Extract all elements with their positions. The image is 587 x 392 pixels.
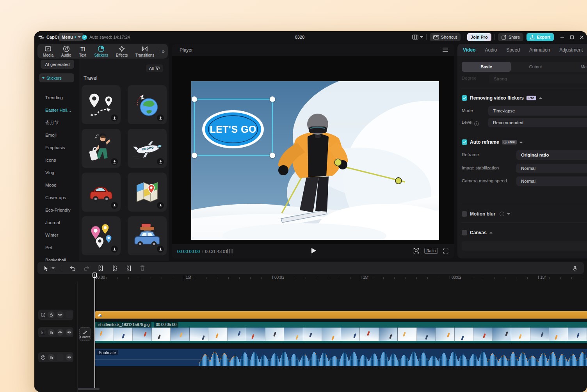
degree-select[interactable]: Strong [489, 74, 587, 84]
tab-effects[interactable]: Effects [112, 45, 132, 57]
maximize-button[interactable] [570, 35, 574, 39]
player-canvas[interactable]: LET'S GO [172, 56, 454, 244]
undo-button[interactable] [69, 265, 76, 272]
tab-adjustment[interactable]: Adjustment [559, 47, 583, 53]
video-clip[interactable]: shutterstock_1931215979.jpg 00:00:05:00 [95, 322, 587, 343]
tab-audio[interactable]: Audio [57, 45, 75, 57]
canvas-select-dimmed[interactable] [462, 241, 587, 251]
split-keep-left-button[interactable] [111, 265, 118, 272]
sidebar-category-item[interactable]: Vlog [34, 166, 78, 179]
sidebar-category-item[interactable]: Eco-Friendly [34, 204, 78, 216]
subtab-basic[interactable]: Basic [462, 62, 511, 72]
filter-all-button[interactable]: All [146, 64, 163, 72]
more-tabs-button[interactable]: » [160, 48, 166, 54]
shortcut-button[interactable]: Shortcut [430, 33, 461, 41]
sticker-tile[interactable] [82, 216, 121, 255]
sidebar-category-item[interactable]: Emoji [34, 129, 78, 141]
playhead[interactable] [94, 274, 95, 388]
subtab-cutout[interactable]: Cutout [511, 64, 560, 69]
layout-button[interactable] [412, 34, 423, 40]
motion-blur-checkbox[interactable] [462, 211, 467, 217]
reframe-select[interactable]: Original ratio [516, 150, 587, 160]
tab-stickers[interactable]: Stickers [91, 45, 112, 57]
level-select[interactable]: Recommended [488, 118, 587, 127]
split-button[interactable] [97, 265, 104, 272]
sidebar-category-item[interactable]: Journal [34, 216, 78, 229]
player-menu-icon[interactable] [443, 46, 448, 53]
selection-handle-tr[interactable] [270, 96, 275, 102]
tab-media[interactable]: Media [39, 45, 57, 57]
selection-handle-tl[interactable] [192, 96, 197, 102]
sticker-tile[interactable] [128, 216, 167, 255]
reframe-checkbox[interactable] [462, 139, 467, 145]
ai-generated-button[interactable]: AI generated [41, 60, 74, 69]
sidebar-category-item[interactable]: Trending [34, 91, 78, 104]
redo-button[interactable] [83, 265, 90, 272]
stabilization-select[interactable]: Normal [516, 164, 587, 173]
tab-audio-settings[interactable]: Audio [485, 47, 497, 53]
selection-handle-br[interactable] [270, 153, 275, 158]
sidebar-category-item[interactable]: Mood [34, 179, 78, 191]
fullscreen-icon[interactable] [443, 248, 449, 254]
tab-text[interactable]: TI Text [75, 45, 91, 57]
sidebar-category-item[interactable]: Emphasis [34, 141, 78, 154]
expand-icon[interactable] [507, 213, 510, 215]
sticker-tile[interactable] [128, 129, 167, 168]
speaker-icon[interactable] [66, 354, 73, 361]
eye-icon[interactable] [57, 329, 64, 336]
cover-button[interactable]: Cover [79, 327, 91, 341]
select-tool-button[interactable] [43, 265, 55, 271]
lock-icon[interactable] [48, 354, 55, 361]
menu-button[interactable]: Menu [59, 33, 84, 41]
sticker-tile[interactable] [82, 129, 121, 168]
close-button[interactable] [580, 35, 584, 39]
collapse-icon[interactable] [489, 232, 493, 233]
sticker-tile[interactable] [128, 85, 167, 124]
play-button[interactable] [311, 248, 316, 253]
sticker-tile[interactable] [82, 173, 121, 212]
sticker-tile[interactable] [82, 85, 121, 124]
split-keep-right-button[interactable] [125, 265, 132, 272]
horizontal-scrollbar[interactable] [78, 388, 100, 390]
share-button[interactable]: Share [498, 33, 523, 41]
collapse-icon[interactable] [539, 97, 542, 99]
tab-animation[interactable]: Animation [529, 47, 550, 53]
sticker-tile[interactable] [128, 173, 167, 212]
mode-select[interactable]: Time-lapse [488, 106, 587, 116]
tab-speed[interactable]: Speed [506, 47, 520, 53]
subtab-mask[interactable]: Mas [560, 64, 587, 69]
selection-handle-bl[interactable] [192, 153, 197, 158]
flicker-checkbox[interactable] [462, 95, 467, 101]
sidebar-category-item[interactable]: 斋月节 [34, 116, 78, 129]
sidebar-category-item[interactable]: Basketball [34, 254, 78, 261]
sidebar-category-item[interactable]: Easter Holi... [34, 104, 78, 116]
playhead-handle[interactable] [92, 273, 97, 278]
microphone-icon[interactable] [572, 265, 578, 272]
tab-video[interactable]: Video [463, 47, 475, 53]
timeline-ruler[interactable]: 00:0015f00:0115f00:0215f [34, 274, 587, 282]
sidebar-category-item[interactable]: Winter [34, 229, 78, 241]
camera-speed-select[interactable]: Normal [516, 176, 587, 186]
ratio-button[interactable]: Ratio [424, 248, 438, 254]
collapse-icon[interactable] [519, 141, 523, 143]
minimize-button[interactable] [560, 35, 564, 39]
frame-grid-icon[interactable] [227, 249, 233, 254]
speaker-icon[interactable] [66, 329, 73, 336]
timeline-toolbar [37, 262, 584, 274]
export-button[interactable]: Export [527, 33, 554, 41]
stickers-group-header[interactable]: Stickers [39, 73, 74, 82]
lock-icon[interactable] [48, 329, 55, 336]
audio-clip[interactable]: Soulmate [95, 349, 587, 366]
delete-button[interactable] [139, 265, 146, 271]
zoom-fit-icon[interactable] [413, 248, 420, 254]
tab-transitions[interactable]: Transitions [132, 45, 158, 57]
canvas-checkbox[interactable] [462, 230, 467, 235]
join-pro-button[interactable]: Join Pro [467, 33, 491, 41]
sidebar-category-item[interactable]: Icons [34, 154, 78, 166]
sidebar-category-item[interactable]: Pet [34, 241, 78, 254]
eye-icon[interactable] [57, 311, 64, 318]
lock-icon[interactable] [48, 311, 55, 318]
sidebar-category-item[interactable]: Cover-ups [34, 191, 78, 204]
sticker-clip[interactable] [95, 311, 587, 319]
sticker-selection-box[interactable] [194, 99, 273, 156]
